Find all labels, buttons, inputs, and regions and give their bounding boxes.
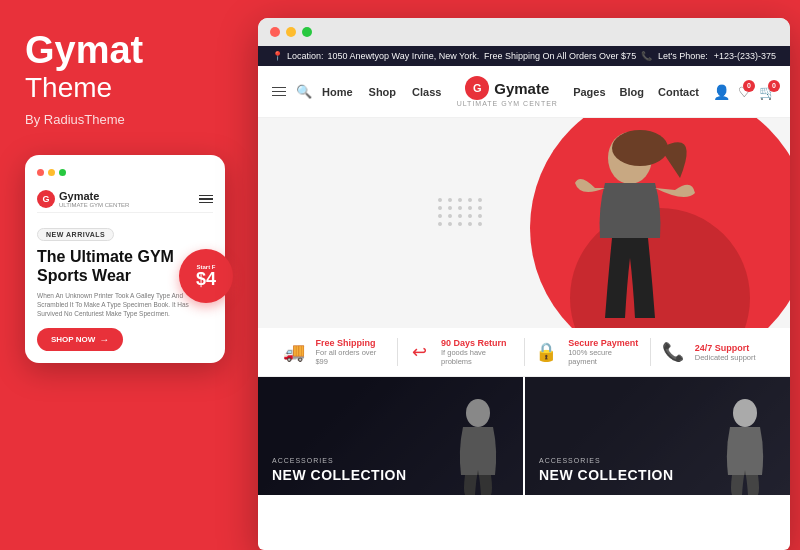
mobile-header: G Gymate ULTIMATE GYM CENTER	[37, 186, 213, 213]
browser-window: 📍 Location: 1050 Anewtyop Way Irvine, Ne…	[258, 18, 790, 550]
support-desc: Dedicated support	[695, 353, 756, 362]
hero-woman-figure	[530, 118, 730, 328]
support-title: 24/7 Support	[695, 343, 756, 353]
product-1-title: NEW COLLECTION	[272, 467, 407, 483]
account-icon[interactable]: 👤	[713, 84, 730, 100]
site-topbar: 📍 Location: 1050 Anewtyop Way Irvine, Ne…	[258, 46, 790, 66]
nav-home-link[interactable]: Home	[322, 86, 353, 98]
wishlist-icon[interactable]: ♡ 0	[738, 84, 751, 100]
hero-section	[258, 118, 790, 328]
secure-icon: 🔒	[533, 338, 561, 366]
mobile-promo-badge: Start F $4	[179, 249, 233, 303]
product-1-category: ACCESSORIES	[272, 457, 407, 464]
left-panel: Gymat Theme By RadiusTheme G Gymate ULTI…	[0, 0, 248, 550]
nav-right: Pages Blog Contact 👤 ♡ 0 🛒 0	[573, 84, 776, 100]
svg-point-3	[733, 399, 757, 427]
nav-logo: G Gymate ULTIMATE GYM CENTER	[457, 76, 558, 107]
hero-dot-grid	[438, 198, 484, 226]
wishlist-badge: 0	[743, 80, 755, 92]
topbar-location: 📍 Location: 1050 Anewtyop Way Irvine, Ne…	[272, 51, 479, 61]
shipping-icon: 🚚	[280, 338, 307, 366]
search-icon[interactable]: 🔍	[296, 84, 312, 99]
shipping-desc: For all orders over $99	[315, 348, 389, 366]
product-card-1[interactable]: ACCESSORIES NEW COLLECTION	[258, 377, 523, 495]
feature-free-shipping: 🚚 Free Shipping For all orders over $99	[272, 338, 398, 366]
mobile-hamburger-button[interactable]	[199, 195, 213, 204]
mobile-dot-red	[37, 169, 44, 176]
nav-logo-subtitle: ULTIMATE GYM CENTER	[457, 100, 558, 107]
nav-shop-link[interactable]: Shop	[369, 86, 397, 98]
brand-name: Gymat	[25, 30, 223, 72]
returns-title: 90 Days Return	[441, 338, 516, 348]
mobile-logo-icon: G	[37, 190, 55, 208]
mobile-new-arrivals-badge: NEW ARRIVALS	[37, 228, 114, 241]
nav-links-right: Pages Blog Contact	[573, 86, 699, 98]
nav-contact-link[interactable]: Contact	[658, 86, 699, 98]
mobile-logo: G Gymate ULTIMATE GYM CENTER	[37, 190, 129, 208]
nav-class-link[interactable]: Class	[412, 86, 441, 98]
nav-blog-link[interactable]: Blog	[620, 86, 644, 98]
mobile-dot-yellow	[48, 169, 55, 176]
nav-icons: 👤 ♡ 0 🛒 0	[713, 84, 776, 100]
phone-icon: 📞	[641, 51, 652, 61]
secure-title: Secure Payment	[568, 338, 642, 348]
nav-hamburger-button[interactable]	[272, 87, 286, 97]
nav-pages-link[interactable]: Pages	[573, 86, 605, 98]
browser-dot-close[interactable]	[270, 27, 280, 37]
mobile-logo-text: Gymate ULTIMATE GYM CENTER	[59, 190, 129, 208]
products-row: ACCESSORIES NEW COLLECTION ACCESSORIES N…	[258, 377, 790, 495]
feature-returns: ↩ 90 Days Return If goods have problems	[398, 338, 524, 366]
cart-icon[interactable]: 🛒 0	[759, 84, 776, 100]
features-bar: 🚚 Free Shipping For all orders over $99 …	[258, 328, 790, 377]
shipping-title: Free Shipping	[315, 338, 389, 348]
phone-number: +123-(233)-375	[714, 51, 776, 61]
returns-desc: If goods have problems	[441, 348, 516, 366]
nav-links-left: Home Shop Class	[322, 86, 441, 98]
nav-logo-text: Gymate	[494, 80, 549, 97]
product-person-2	[710, 395, 780, 495]
product-card-2[interactable]: ACCESSORIES NEW COLLECTION	[525, 377, 790, 495]
mobile-window-dots	[37, 169, 213, 176]
site-nav: 🔍 Home Shop Class G Gymate ULTIMATE GYM …	[258, 66, 790, 118]
browser-dot-maximize[interactable]	[302, 27, 312, 37]
product-person-1	[443, 395, 513, 495]
mobile-shop-now-button[interactable]: SHOP NOW	[37, 328, 123, 351]
browser-titlebar	[258, 18, 790, 46]
product-2-category: ACCESSORIES	[539, 457, 674, 464]
location-label: Location:	[287, 51, 324, 61]
svg-point-1	[612, 130, 668, 166]
feature-support: 📞 24/7 Support Dedicated support	[651, 338, 776, 366]
feature-secure-payment: 🔒 Secure Payment 100% secure payment	[525, 338, 651, 366]
topbar-shipping: Free Shipping On All Orders Over $75	[484, 51, 636, 61]
brand-tagline: Theme	[25, 72, 223, 104]
cart-badge: 0	[768, 80, 780, 92]
mobile-dot-green	[59, 169, 66, 176]
brand-by: By RadiusTheme	[25, 112, 223, 127]
secure-desc: 100% secure payment	[568, 348, 642, 366]
returns-icon: ↩	[406, 338, 433, 366]
nav-logo-icon: G	[465, 76, 489, 100]
location-address: 1050 Anewtyop Way Irvine, New York.	[328, 51, 480, 61]
product-2-title: NEW COLLECTION	[539, 467, 674, 483]
svg-point-2	[466, 399, 490, 427]
topbar-phone: 📞 Let's Phone: +123-(233)-375	[641, 51, 776, 61]
browser-dot-minimize[interactable]	[286, 27, 296, 37]
nav-left: 🔍 Home Shop Class	[272, 84, 441, 99]
phone-label: Let's Phone:	[658, 51, 708, 61]
mobile-mockup: G Gymate ULTIMATE GYM CENTER NEW ARRIVAL…	[25, 155, 225, 364]
support-icon: 📞	[659, 338, 687, 366]
location-pin-icon: 📍	[272, 51, 283, 61]
